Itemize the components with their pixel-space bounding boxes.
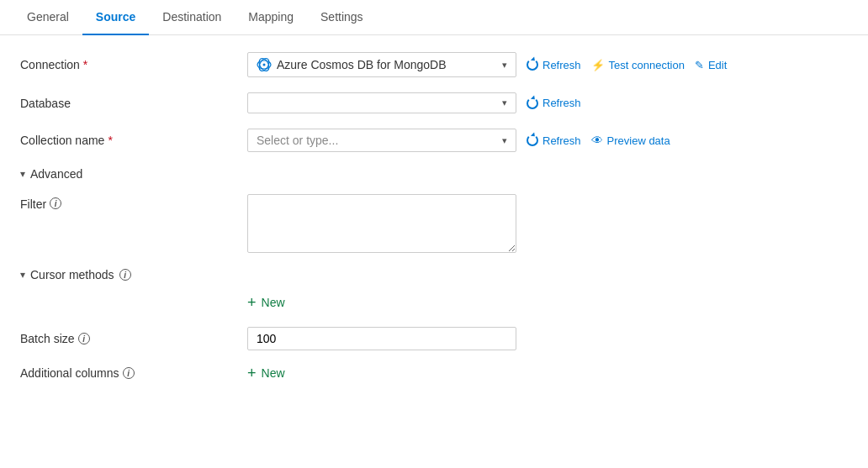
collection-chevron-icon: ▾: [502, 135, 507, 146]
database-refresh-button[interactable]: Refresh: [527, 97, 581, 109]
tab-settings[interactable]: Settings: [307, 0, 377, 35]
cursor-methods-chevron-icon: ▾: [20, 269, 25, 281]
connection-required: *: [83, 58, 87, 71]
new-cursor-button[interactable]: + New: [247, 295, 285, 310]
cosmos-db-icon: [257, 57, 272, 72]
connection-row: Connection * Azure Cosmos DB for MongoDB…: [20, 52, 848, 77]
new-column-button[interactable]: + New: [247, 365, 285, 381]
collection-name-label: Collection name *: [20, 134, 247, 147]
plus-icon: +: [247, 295, 257, 310]
plus-icon-2: +: [247, 365, 257, 381]
advanced-chevron-icon: ▾: [20, 168, 25, 180]
cursor-methods-info-icon: i: [119, 269, 131, 281]
edit-icon: ✎: [695, 59, 704, 71]
connection-controls: Azure Cosmos DB for MongoDB ▾ Refresh ⚡ …: [247, 52, 727, 77]
source-form: Connection * Azure Cosmos DB for MongoDB…: [0, 35, 868, 413]
collection-required: *: [108, 134, 112, 147]
additional-columns-label: Additional columns i: [20, 366, 247, 380]
cursor-methods-toggle[interactable]: ▾ Cursor methods i: [20, 268, 848, 281]
filter-input[interactable]: [247, 194, 516, 253]
edit-button[interactable]: ✎ Edit: [695, 59, 727, 71]
svg-point-3: [263, 64, 266, 66]
test-connection-button[interactable]: ⚡ Test connection: [591, 59, 685, 71]
test-connection-icon: ⚡: [591, 59, 605, 71]
filter-label: Filter i: [20, 194, 247, 211]
tab-source[interactable]: Source: [82, 0, 149, 35]
tab-destination[interactable]: Destination: [149, 0, 235, 35]
additional-columns-info-icon: i: [123, 367, 135, 379]
tab-mapping[interactable]: Mapping: [235, 0, 307, 35]
connection-refresh-button[interactable]: Refresh: [527, 59, 581, 71]
refresh-icon-2: [527, 97, 538, 109]
connection-chevron-icon: ▾: [502, 60, 507, 71]
advanced-toggle[interactable]: ▾ Advanced: [20, 167, 848, 181]
database-label: Database: [20, 97, 247, 110]
preview-icon: 👁: [591, 134, 603, 147]
batch-size-info-icon: i: [78, 333, 90, 344]
connection-select[interactable]: Azure Cosmos DB for MongoDB ▾: [247, 52, 516, 77]
connection-label: Connection *: [20, 58, 247, 71]
batch-size-input[interactable]: [247, 327, 516, 350]
additional-columns-row: Additional columns i + New: [20, 365, 848, 381]
filter-row: Filter i: [20, 194, 848, 253]
preview-data-button[interactable]: 👁 Preview data: [591, 134, 670, 147]
tab-bar: General Source Destination Mapping Setti…: [0, 0, 868, 35]
batch-size-label: Batch size i: [20, 332, 247, 345]
collection-refresh-button[interactable]: Refresh: [527, 134, 581, 147]
database-controls: ▾ Refresh: [247, 92, 581, 113]
filter-info-icon: i: [50, 197, 61, 209]
tab-general[interactable]: General: [13, 0, 82, 35]
collection-name-row: Collection name * Select or type... ▾ Re…: [20, 129, 848, 152]
database-row: Database ▾ Refresh: [20, 92, 848, 113]
database-select[interactable]: ▾: [247, 92, 516, 113]
refresh-icon-3: [527, 134, 538, 146]
refresh-icon: [527, 59, 538, 71]
batch-size-row: Batch size i: [20, 327, 848, 350]
tabs-container: General Source Destination Mapping Setti…: [0, 0, 868, 35]
database-chevron-icon: ▾: [502, 97, 507, 108]
collection-name-controls: Select or type... ▾ Refresh 👁 Preview da…: [247, 129, 670, 152]
collection-name-select[interactable]: Select or type... ▾: [247, 129, 516, 152]
